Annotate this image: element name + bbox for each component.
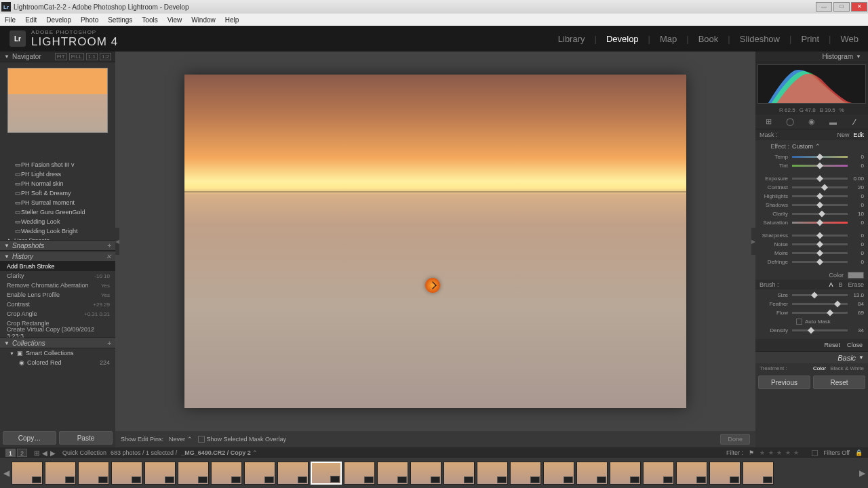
- filmstrip-thumb[interactable]: [344, 462, 375, 485]
- snapshots-header[interactable]: ▼ Snapshots +: [0, 240, 115, 251]
- gradient-tool-icon[interactable]: ▬: [827, 117, 840, 127]
- nav-back-icon[interactable]: ◀: [42, 449, 47, 457]
- slider-clarity[interactable]: Clarity10: [760, 209, 864, 218]
- slider-density[interactable]: Density34: [760, 326, 864, 335]
- brush-b[interactable]: B: [838, 281, 842, 288]
- right-panel-grip[interactable]: ▶: [751, 228, 755, 255]
- history-row[interactable]: Create Virtual Copy (30/09/2012 3:23:3…: [0, 328, 115, 338]
- slider-contrast[interactable]: Contrast20: [760, 183, 864, 192]
- left-panel-grip[interactable]: ◀: [115, 228, 119, 255]
- source-label[interactable]: Quick Collection: [62, 449, 106, 456]
- zoom-1-1[interactable]: 1:1: [86, 53, 98, 60]
- history-header[interactable]: ▼ History ✕: [0, 251, 115, 262]
- brush-erase[interactable]: Erase: [848, 281, 864, 288]
- filmstrip-thumb[interactable]: [443, 462, 475, 485]
- nav-fwd-icon[interactable]: ▶: [50, 449, 56, 457]
- module-slideshow[interactable]: Slideshow: [740, 34, 780, 44]
- navigator-header[interactable]: ▼ Navigator FITFILL1:11:2: [0, 52, 115, 62]
- maximize-button[interactable]: □: [833, 2, 850, 12]
- filmstrip-thumb[interactable]: [510, 462, 541, 485]
- mask-close-button[interactable]: Close: [847, 342, 863, 348]
- show-pins-dropdown[interactable]: Never ⌃: [169, 436, 193, 443]
- slider-sharpness[interactable]: Sharpness0: [760, 231, 864, 240]
- filename[interactable]: _MG_6490.CR2 / Copy 2 ⌃: [181, 449, 258, 456]
- filmstrip-thumb[interactable]: [311, 462, 342, 485]
- filmstrip-thumb[interactable]: [144, 462, 176, 485]
- filmstrip-next[interactable]: ▶: [859, 468, 865, 478]
- close-icon[interactable]: ✕: [106, 253, 111, 260]
- filmstrip-thumb[interactable]: [610, 462, 641, 485]
- smart-collections-folder[interactable]: ▼ ▣ Smart Collections: [0, 348, 115, 358]
- filmstrip-thumb[interactable]: [111, 462, 142, 485]
- slider-defringe[interactable]: Defringe0: [760, 258, 864, 266]
- color-swatch[interactable]: [848, 272, 864, 279]
- grid-view-icon[interactable]: ⊞: [34, 449, 39, 457]
- preset-item[interactable]: ▭ PH Soft & Dreamy: [0, 188, 115, 198]
- done-button[interactable]: Done: [720, 434, 750, 445]
- brush-tool-icon[interactable]: ⁄: [848, 117, 861, 127]
- history-row[interactable]: Remove Chromatic AberrationYes: [0, 281, 115, 290]
- treatment-color[interactable]: Color: [813, 365, 826, 371]
- module-print[interactable]: Print: [801, 34, 819, 44]
- filmstrip-thumb[interactable]: [78, 462, 109, 485]
- filmstrip-thumb[interactable]: [410, 462, 441, 485]
- history-row[interactable]: Add Brush Stroke: [0, 262, 115, 271]
- history-row[interactable]: Crop Angle+0.31 0.31: [0, 309, 115, 319]
- color-filter-icon[interactable]: [812, 450, 818, 456]
- slider-flow[interactable]: Flow69: [760, 308, 864, 317]
- menu-photo[interactable]: Photo: [76, 16, 103, 24]
- treatment-bw[interactable]: Black & White: [830, 365, 864, 371]
- secondary-display-1[interactable]: 1: [5, 449, 16, 457]
- close-button[interactable]: ✕: [851, 2, 867, 12]
- preset-item[interactable]: ▭ Wedding Look: [0, 217, 115, 226]
- slider-exposure[interactable]: Exposure0.00: [760, 174, 864, 183]
- menu-window[interactable]: Window: [186, 16, 220, 24]
- filmstrip-thumb[interactable]: [477, 462, 508, 485]
- module-develop[interactable]: Develop: [606, 34, 639, 44]
- slider-size[interactable]: Size13.0: [760, 291, 864, 300]
- histogram[interactable]: [757, 64, 866, 104]
- slider-tint[interactable]: Tint0: [760, 161, 864, 170]
- previous-button[interactable]: Previous: [758, 375, 810, 389]
- history-row[interactable]: Enable Lens ProfileYes: [0, 290, 115, 300]
- preset-item[interactable]: ▭ Wedding Look Bright: [0, 226, 115, 236]
- filmstrip-thumb[interactable]: [676, 462, 707, 485]
- filmstrip-thumb[interactable]: [277, 462, 309, 485]
- slider-noise[interactable]: Noise0: [760, 240, 864, 249]
- preset-item[interactable]: ▭ PH Normal skin: [0, 179, 115, 188]
- image-canvas[interactable]: [184, 75, 686, 408]
- paste-button[interactable]: Paste: [59, 431, 113, 445]
- menu-view[interactable]: View: [163, 16, 187, 24]
- basic-header[interactable]: Basic ▼: [755, 351, 868, 363]
- slider-moire[interactable]: Moire0: [760, 249, 864, 258]
- flag-filter-icon[interactable]: ⚑: [749, 449, 754, 456]
- filmstrip-thumb[interactable]: [709, 462, 741, 485]
- preset-item[interactable]: ▭ PH Surreal moment: [0, 198, 115, 207]
- filmstrip-prev[interactable]: ◀: [3, 468, 9, 478]
- filmstrip-thumb[interactable]: [377, 462, 408, 485]
- zoom-1-2[interactable]: 1:2: [100, 53, 111, 60]
- minimize-button[interactable]: —: [816, 2, 832, 12]
- preset-item[interactable]: ▭ PH Light dress: [0, 169, 115, 179]
- filmstrip-thumb[interactable]: [211, 462, 242, 485]
- filmstrip-thumb[interactable]: [244, 462, 275, 485]
- filmstrip-thumb[interactable]: [743, 462, 774, 485]
- slider-temp[interactable]: Temp0: [760, 152, 864, 161]
- filmstrip-thumb[interactable]: [12, 462, 43, 485]
- filmstrip-thumb[interactable]: [45, 462, 76, 485]
- slider-highlights[interactable]: Highlights0: [760, 192, 864, 201]
- mask-reset-button[interactable]: Reset: [824, 342, 840, 348]
- brush-pin[interactable]: [425, 278, 440, 293]
- menu-edit[interactable]: Edit: [20, 16, 41, 24]
- secondary-display-2[interactable]: 2: [17, 449, 27, 457]
- mask-edit[interactable]: Edit: [853, 131, 864, 138]
- plus-icon[interactable]: +: [107, 340, 111, 347]
- slider-shadows[interactable]: Shadows0: [760, 201, 864, 209]
- module-book[interactable]: Book: [698, 34, 719, 44]
- brush-a[interactable]: A: [829, 281, 833, 288]
- menu-develop[interactable]: Develop: [41, 16, 76, 24]
- menu-settings[interactable]: Settings: [103, 16, 137, 24]
- preset-item[interactable]: ▭ PH Fasion shot III v: [0, 160, 115, 169]
- plus-icon[interactable]: +: [107, 242, 111, 249]
- slider-feather[interactable]: Feather84: [760, 300, 864, 308]
